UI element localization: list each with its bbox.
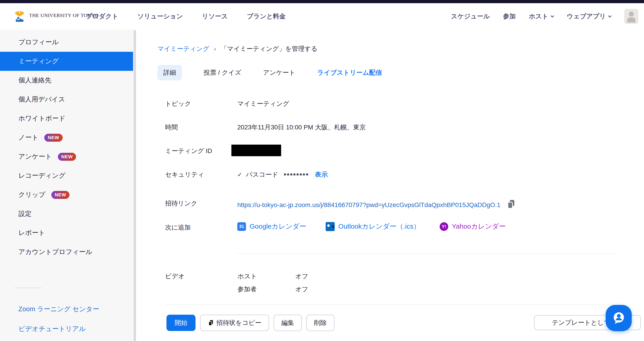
topic-value: マイミーティング xyxy=(237,100,289,108)
copy-invitation-button[interactable]: 招待状をコピー xyxy=(200,315,269,331)
chevron-down-icon xyxy=(608,14,612,18)
header: THE UNIVERSITY OF TOKYO プロダクト ソリューション リソ… xyxy=(0,3,644,30)
copy-icon xyxy=(208,320,214,326)
video-participant-value: オフ xyxy=(295,285,308,294)
outlook-calendar-icon xyxy=(326,222,335,231)
video-host-value: オフ xyxy=(295,272,308,280)
nav-solutions[interactable]: ソリューション xyxy=(138,12,183,21)
top-dark-strip xyxy=(0,0,644,3)
person-chat-bubble-icon xyxy=(610,310,627,326)
tab-livestream[interactable]: ライブストリーム配信 xyxy=(317,68,382,77)
host-menu[interactable]: ホスト xyxy=(529,12,554,21)
tab-polls-quizzes[interactable]: 投票 / クイズ xyxy=(204,68,241,77)
passcode-label: パスコード xyxy=(246,170,278,179)
video-label: ビデオ xyxy=(165,272,184,280)
ginkgo-leaf-icon xyxy=(13,9,26,22)
time-value: 2023年11月30日 10:00 PM 大阪、札幌、東京 xyxy=(237,123,366,132)
sidebar: プロフィール ミーティング 個人連絡先 個人用デバイス ホワイトボード ノートN… xyxy=(0,30,133,341)
time-label: 時間 xyxy=(165,123,178,132)
sidebar-item-whiteboard[interactable]: ホワイトボード xyxy=(0,109,133,128)
schedule-link[interactable]: スケジュール xyxy=(451,12,490,21)
new-badge: NEW xyxy=(58,153,76,161)
meeting-id-label: ミーティング ID xyxy=(165,147,212,155)
security-label: セキュリティ xyxy=(165,170,204,179)
sidebar-item-personal-contacts[interactable]: 個人連絡先 xyxy=(0,71,133,90)
nav-products[interactable]: プロダクト xyxy=(86,12,118,21)
sidebar-item-reports[interactable]: レポート xyxy=(0,224,133,242)
nav-plans-pricing[interactable]: プランと料金 xyxy=(247,12,286,21)
join-link[interactable]: 参加 xyxy=(503,12,516,21)
security-value: ✓ パスコード ******** 表示 xyxy=(237,170,328,179)
footer-divider xyxy=(165,304,614,305)
sidebar-item-surveys[interactable]: アンケートNEW xyxy=(0,147,133,166)
tab-survey[interactable]: アンケート xyxy=(263,68,296,77)
breadcrumb-separator: › xyxy=(214,45,216,53)
passcode-mask: ******** xyxy=(284,172,309,179)
invite-link-url[interactable]: https://u-tokyo-ac-jp.zoom.us/j/88416670… xyxy=(237,202,500,209)
sidebar-scrollbar[interactable] xyxy=(134,30,136,341)
sidebar-item-account-profile[interactable]: アカウントプロフィール xyxy=(0,242,133,262)
header-nav: プロダクト ソリューション リソース プランと料金 xyxy=(86,3,286,30)
support-contact-button[interactable] xyxy=(606,305,632,331)
topic-label: トピック xyxy=(165,100,191,108)
sidebar-link-video-tutorials[interactable]: ビデオチュートリアル xyxy=(18,324,86,334)
breadcrumb: マイミーティング › 「マイミーティング」を管理する xyxy=(157,44,318,53)
nav-resources[interactable]: リソース xyxy=(202,12,228,21)
new-badge: NEW xyxy=(44,134,63,142)
video-host-label: ホスト xyxy=(238,272,257,280)
sidebar-item-recordings[interactable]: レコーディング xyxy=(0,166,133,185)
breadcrumb-my-meetings[interactable]: マイミーティング xyxy=(157,44,209,53)
check-icon: ✓ xyxy=(237,171,242,178)
edit-button[interactable]: 編集 xyxy=(274,315,302,331)
video-participant-label: 参加者 xyxy=(238,285,256,294)
copy-link-icon[interactable] xyxy=(506,199,516,211)
google-calendar-link[interactable]: 31 Googleカレンダー xyxy=(237,222,306,231)
section-divider xyxy=(236,253,615,254)
action-buttons: 開始 招待状をコピー 編集 削除 xyxy=(166,315,334,331)
meeting-id-redaction xyxy=(232,144,281,156)
calendar-links: 31 Googleカレンダー Outlookカレンダー（.ics） Y! Yah… xyxy=(237,222,506,231)
sidebar-link-learning-center[interactable]: Zoom ラーニング センター xyxy=(18,305,99,314)
outlook-calendar-link[interactable]: Outlookカレンダー（.ics） xyxy=(326,222,420,231)
google-calendar-icon: 31 xyxy=(237,222,246,231)
main-content: マイミーティング › 「マイミーティング」を管理する 詳細 投票 / クイズ ア… xyxy=(136,30,644,341)
webapp-menu[interactable]: ウェブアプリ xyxy=(567,12,611,21)
invite-link-label: 招待リンク xyxy=(165,199,197,208)
avatar[interactable] xyxy=(624,9,638,24)
header-actions: スケジュール 参加 ホスト ウェブアプリ xyxy=(451,3,638,30)
sidebar-item-meetings[interactable]: ミーティング xyxy=(0,52,133,71)
new-badge: NEW xyxy=(51,191,70,199)
invite-link-row: https://u-tokyo-ac-jp.zoom.us/j/88416670… xyxy=(237,199,516,211)
sidebar-item-personal-devices[interactable]: 個人用デバイス xyxy=(0,90,133,109)
chevron-down-icon xyxy=(551,14,554,18)
delete-button[interactable]: 削除 xyxy=(306,315,334,331)
sidebar-divider xyxy=(14,288,42,288)
tabs: 詳細 投票 / クイズ アンケート ライブストリーム配信 xyxy=(157,65,382,80)
avatar-person-icon xyxy=(629,12,634,16)
yahoo-calendar-link[interactable]: Y! Yahooカレンダー xyxy=(440,222,506,231)
yahoo-calendar-icon: Y! xyxy=(440,222,448,231)
tab-details[interactable]: 詳細 xyxy=(157,65,182,80)
start-button[interactable]: 開始 xyxy=(166,315,196,331)
sidebar-nav: プロフィール ミーティング 個人連絡先 個人用デバイス ホワイトボード ノートN… xyxy=(0,33,133,262)
sidebar-item-notes[interactable]: ノートNEW xyxy=(0,128,133,147)
sidebar-item-profile[interactable]: プロフィール xyxy=(0,33,133,52)
add-to-label: 次に追加 xyxy=(165,223,191,232)
show-passcode-link[interactable]: 表示 xyxy=(315,170,328,179)
sidebar-item-clips[interactable]: クリップNEW xyxy=(0,185,133,204)
sidebar-item-settings[interactable]: 設定 xyxy=(0,204,133,224)
breadcrumb-current: 「マイミーティング」を管理する xyxy=(221,44,318,53)
